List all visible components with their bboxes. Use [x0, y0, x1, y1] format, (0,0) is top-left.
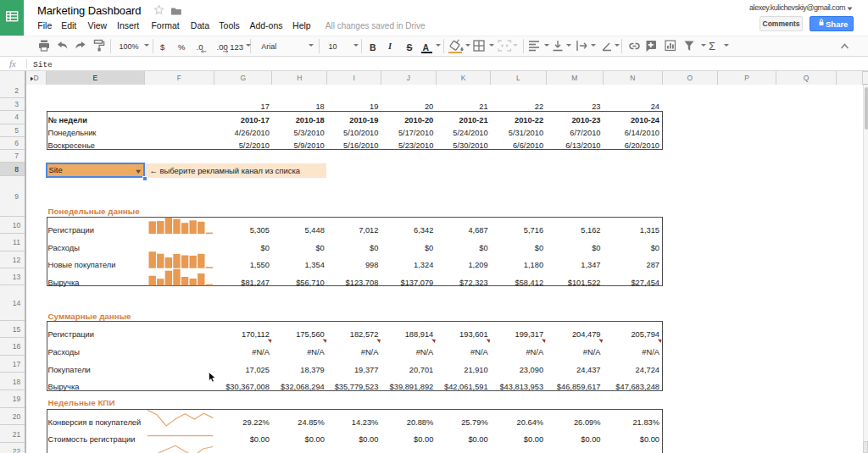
svg-text:Σ: Σ [709, 40, 715, 52]
